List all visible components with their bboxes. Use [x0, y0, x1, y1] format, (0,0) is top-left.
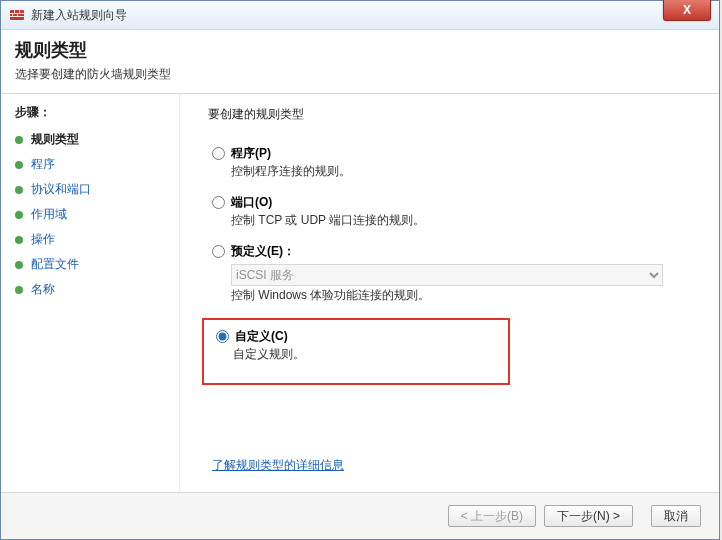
wizard-footer: < 上一步(B) 下一步(N) > 取消	[1, 492, 719, 539]
wizard-body: 步骤： 规则类型程序协议和端口作用域操作配置文件名称 要创建的规则类型 程序(P…	[1, 94, 719, 504]
sidebar-item-label: 作用域	[31, 206, 67, 223]
sidebar-item-label: 配置文件	[31, 256, 79, 273]
firewall-icon	[9, 7, 25, 23]
sidebar-item[interactable]: 协议和端口	[15, 177, 171, 202]
sidebar-item[interactable]: 规则类型	[15, 127, 171, 152]
bullet-icon	[15, 136, 23, 144]
desc-port: 控制 TCP 或 UDP 端口连接的规则。	[231, 212, 695, 229]
close-button[interactable]: X	[663, 0, 711, 21]
bullet-icon	[15, 261, 23, 269]
sidebar-item[interactable]: 配置文件	[15, 252, 171, 277]
option-port: 端口(O) 控制 TCP 或 UDP 端口连接的规则。	[208, 194, 695, 229]
label-predefined: 预定义(E)：	[231, 243, 295, 260]
sidebar-item-label: 规则类型	[31, 131, 79, 148]
sidebar-item-label: 名称	[31, 281, 55, 298]
bullet-icon	[15, 186, 23, 194]
bullet-icon	[15, 286, 23, 294]
window-title: 新建入站规则向导	[31, 7, 127, 24]
back-button[interactable]: < 上一步(B)	[448, 505, 536, 527]
wizard-header: 规则类型 选择要创建的防火墙规则类型	[1, 30, 719, 94]
radio-program[interactable]	[212, 147, 225, 160]
page-subtitle: 选择要创建的防火墙规则类型	[15, 66, 705, 83]
bullet-icon	[15, 236, 23, 244]
highlight-box: 自定义(C) 自定义规则。	[202, 318, 510, 385]
bullet-icon	[15, 161, 23, 169]
steps-title: 步骤：	[15, 104, 171, 121]
steps-list: 规则类型程序协议和端口作用域操作配置文件名称	[15, 127, 171, 302]
option-predefined: 预定义(E)： iSCSI 服务 控制 Windows 体验功能连接的规则。	[208, 243, 695, 304]
steps-sidebar: 步骤： 规则类型程序协议和端口作用域操作配置文件名称	[1, 94, 179, 504]
cancel-button[interactable]: 取消	[651, 505, 701, 527]
desc-program: 控制程序连接的规则。	[231, 163, 695, 180]
sidebar-item[interactable]: 程序	[15, 152, 171, 177]
label-program: 程序(P)	[231, 145, 271, 162]
content-title: 要创建的规则类型	[208, 106, 695, 123]
svg-rect-5	[12, 14, 13, 16]
option-custom: 自定义(C) 自定义规则。	[210, 328, 502, 363]
sidebar-item-label: 操作	[31, 231, 55, 248]
sidebar-item-label: 程序	[31, 156, 55, 173]
bullet-icon	[15, 211, 23, 219]
wizard-window: 新建入站规则向导 X 规则类型 选择要创建的防火墙规则类型 步骤： 规则类型程序…	[0, 0, 720, 540]
sidebar-item[interactable]: 作用域	[15, 202, 171, 227]
option-program: 程序(P) 控制程序连接的规则。	[208, 145, 695, 180]
sidebar-item-label: 协议和端口	[31, 181, 91, 198]
select-predefined[interactable]: iSCSI 服务	[231, 264, 663, 286]
content-pane: 要创建的规则类型 程序(P) 控制程序连接的规则。 端口(O) 控制 TCP 或…	[179, 94, 719, 504]
radio-predefined[interactable]	[212, 245, 225, 258]
svg-rect-2	[10, 16, 24, 17]
svg-rect-4	[19, 10, 20, 13]
titlebar: 新建入站规则向导 X	[1, 1, 719, 30]
label-custom: 自定义(C)	[235, 328, 288, 345]
sidebar-item[interactable]: 操作	[15, 227, 171, 252]
label-port: 端口(O)	[231, 194, 272, 211]
close-icon: X	[683, 3, 691, 17]
svg-rect-3	[14, 10, 15, 13]
desc-predefined: 控制 Windows 体验功能连接的规则。	[231, 287, 695, 304]
svg-rect-6	[17, 14, 18, 16]
next-button[interactable]: 下一步(N) >	[544, 505, 633, 527]
radio-custom[interactable]	[216, 330, 229, 343]
desc-custom: 自定义规则。	[233, 346, 502, 363]
page-title: 规则类型	[15, 38, 705, 62]
svg-rect-1	[10, 13, 24, 14]
sidebar-item[interactable]: 名称	[15, 277, 171, 302]
radio-port[interactable]	[212, 196, 225, 209]
learn-more-link[interactable]: 了解规则类型的详细信息	[212, 457, 344, 474]
